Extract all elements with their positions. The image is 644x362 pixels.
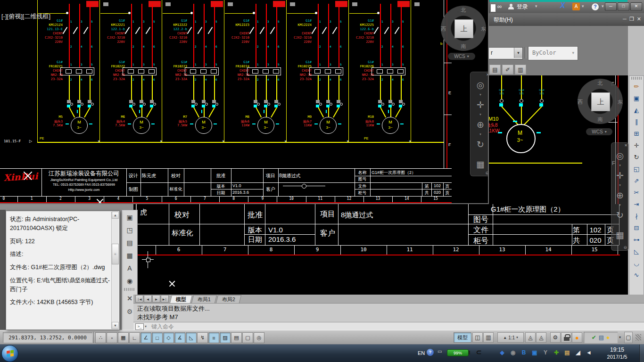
break-at-point-icon[interactable]: ∤	[631, 210, 642, 222]
array-icon[interactable]: ⊞	[631, 128, 642, 139]
tab-prev-icon[interactable]: ◀	[144, 295, 152, 303]
navbar-caret-icon[interactable]: ▾	[471, 93, 489, 97]
infer-constraints-toggle[interactable]: ∴	[95, 332, 106, 343]
offset-icon[interactable]: ∥	[631, 116, 642, 127]
workspace-gear-icon[interactable]: ⚙	[550, 332, 561, 343]
navigation-wheel-icon[interactable]: ◎	[471, 80, 489, 90]
wcs-dropdown[interactable]: WCS ▾	[586, 128, 612, 135]
zoom-icon[interactable]: ⊕	[471, 119, 489, 130]
menu-help[interactable]: 帮助(H)	[494, 16, 513, 24]
battery-indicator[interactable]: 99%	[447, 349, 469, 356]
stretch-icon[interactable]: ⇗	[631, 175, 642, 186]
snap-mode-toggle[interactable]: ▫	[107, 332, 117, 343]
bluetooth-icon[interactable]: B	[520, 348, 528, 357]
orbit-icon[interactable]: ↻	[611, 210, 628, 221]
ortho-mode-toggle[interactable]: ∟	[129, 332, 140, 343]
dynamic-ucs-toggle[interactable]: ◺	[186, 332, 197, 343]
viewport-controls[interactable]: [-][俯视][二维线框]	[1, 12, 50, 21]
measure-tools-icon[interactable]: ✐	[502, 65, 513, 74]
viewcube-south[interactable]: 南	[578, 116, 623, 123]
navbar-caret-icon[interactable]: ▾	[611, 183, 628, 187]
coordinates-readout[interactable]: 291.8373, 13.2752, 0.0000	[3, 332, 92, 343]
tab-layout1[interactable]: 布局1	[191, 295, 217, 303]
tab-first-icon[interactable]: ❘◀	[135, 295, 143, 303]
doc-restore-button[interactable]: ❐	[629, 16, 634, 22]
doc-minimize-button[interactable]: ─	[623, 16, 627, 22]
scroll-up-icon[interactable]: ▲	[112, 212, 119, 219]
frame-icon[interactable]: ▣	[124, 212, 135, 223]
antivirus-icon[interactable]: ✚	[552, 348, 561, 357]
login-button[interactable]: 登录	[517, 3, 528, 11]
copy-icon[interactable]: ▣	[631, 92, 642, 104]
viewcube-east[interactable]: 东	[618, 99, 623, 106]
model-space-button[interactable]: 模型	[454, 332, 471, 343]
trim-icon[interactable]: ✂	[631, 187, 642, 198]
navbar-caret-icon[interactable]: ▾	[611, 203, 628, 207]
a360-icon[interactable]: A	[572, 3, 580, 10]
exchange-icon[interactable]: X	[560, 1, 565, 10]
chamfer-icon[interactable]: ◺	[631, 246, 642, 257]
layer-dropdown[interactable]: r ▾	[488, 47, 523, 59]
user-icon[interactable]	[508, 4, 514, 9]
extend-icon[interactable]: ⇥	[631, 198, 642, 210]
ime-help-icon[interactable]: ?	[427, 349, 434, 356]
navigation-wheel-icon[interactable]: ◎	[611, 150, 628, 161]
point-style-icon[interactable]: ◉	[124, 275, 135, 287]
close-button[interactable]: ✕	[630, 2, 642, 11]
drawing-area-2-bottom[interactable]: 6789101112131415 虎 校对 批准 项目 8抛通过式 标准化 版本…	[133, 204, 628, 295]
show-desktop-button[interactable]	[639, 345, 644, 362]
security-center-icon[interactable]: ◆	[498, 348, 506, 357]
tab-last-icon[interactable]: ▶❘	[161, 295, 169, 303]
command-caret-icon[interactable]: ▾	[145, 324, 147, 329]
login-caret-icon[interactable]: ▾	[535, 4, 537, 8]
layer-dropdown-caret-icon[interactable]: ▾	[514, 48, 522, 58]
annotation-visibility-icon[interactable]: ◬	[525, 332, 536, 343]
viewcube-west[interactable]: 西	[441, 25, 446, 33]
navbar-collapse-icon[interactable]: ⊖	[485, 171, 489, 175]
viewcube-north[interactable]: 北	[578, 80, 623, 87]
start-button[interactable]	[1, 345, 18, 362]
transparency-toggle[interactable]: ▨	[220, 332, 231, 343]
language-indicator[interactable]: EN	[418, 350, 425, 356]
navbar-close-icon[interactable]: ✕	[486, 73, 489, 77]
help-caret-icon[interactable]: ▾	[602, 4, 604, 8]
annotation-monitor-toggle[interactable]: ◎	[254, 332, 264, 343]
toolbar-grip[interactable]	[631, 77, 642, 80]
power-plug-icon[interactable]: ⊂	[476, 348, 482, 356]
input-method-icon[interactable]: ▣	[530, 348, 539, 357]
annotation-scale-button[interactable]: ▲1:1▾	[497, 332, 524, 343]
break-icon[interactable]: ⊟	[631, 222, 642, 233]
erase-icon[interactable]: ✏	[631, 81, 642, 92]
trusted-dwg-icon[interactable]: ✔	[592, 334, 596, 341]
viewcube-top[interactable]: 上	[591, 92, 610, 111]
minimize-button[interactable]: ─	[605, 2, 617, 11]
viewcube-east[interactable]: 东	[481, 25, 486, 33]
doc-close-button[interactable]: ✕	[637, 16, 641, 22]
quick-view-drawings-icon[interactable]: ▥	[483, 332, 494, 343]
binoculars-icon[interactable]: ∞	[497, 3, 502, 10]
object-snap-toggle[interactable]: □	[152, 332, 163, 343]
command-history[interactable]: 正在读取项目数据库文件... 未找到参考 M7	[133, 303, 644, 322]
maximize-button[interactable]: □	[618, 2, 629, 11]
color-dropdown-caret-icon[interactable]: ▾	[572, 50, 574, 55]
tab-layout2[interactable]: 布局2	[216, 295, 241, 303]
object-snap-tracking-toggle[interactable]: ∡	[174, 332, 185, 343]
join-icon[interactable]: ⊶	[631, 234, 642, 245]
rotate-icon[interactable]: ↻	[631, 151, 642, 163]
scale-icon[interactable]: ◱	[631, 163, 642, 174]
volume-icon[interactable]: ◄	[585, 348, 593, 357]
ui-lock-icon[interactable]	[561, 332, 571, 343]
annotation-autoscale-icon[interactable]: ◬	[536, 332, 546, 343]
3d-object-snap-toggle[interactable]: ◇	[163, 332, 174, 343]
network-signal-icon[interactable]: ◢	[574, 348, 582, 357]
pan-icon[interactable]: ✛	[611, 170, 628, 181]
viewcube-west[interactable]: 西	[578, 99, 583, 106]
clip-icon[interactable]: ◳	[124, 224, 135, 236]
toolbar-grip[interactable]	[124, 288, 135, 291]
tab-model[interactable]: 模型	[170, 295, 192, 303]
grid-display-toggle[interactable]: ▦	[118, 332, 129, 343]
orbit-icon[interactable]: ↻	[471, 139, 489, 150]
lineweight-toggle[interactable]: ≡	[208, 332, 219, 343]
markup-sets-icon[interactable]: ▤	[489, 65, 501, 74]
clock[interactable]: 19:15 2017/1/5	[602, 346, 633, 361]
